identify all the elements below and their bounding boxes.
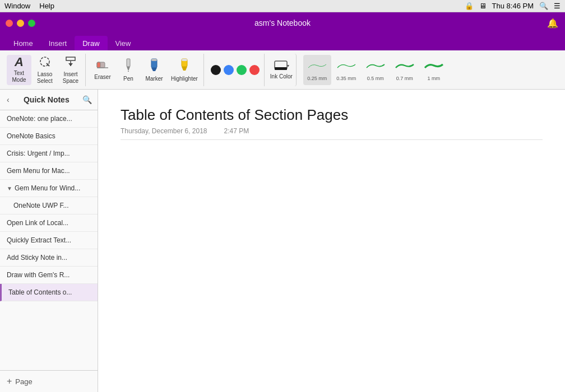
title-bar: asm's Notebook 🔔 bbox=[0, 12, 565, 34]
stroke-0.35mm-button[interactable]: 0.35 mm bbox=[332, 55, 360, 85]
insert-space-icon bbox=[64, 55, 77, 69]
menu-bar: Window Help 🔒 🖥 Thu 8:46 PM 🔍 ☰ bbox=[0, 0, 565, 12]
sidebar-item-onenote-basics[interactable]: OneNote Basics bbox=[0, 128, 98, 145]
ribbon-toolbar: A TextMode LassoSelect InsertSpace bbox=[0, 50, 565, 90]
lasso-select-button[interactable]: LassoSelect bbox=[33, 55, 57, 85]
eraser-icon bbox=[96, 59, 109, 72]
tab-view[interactable]: View bbox=[108, 36, 139, 50]
sidebar-header: ‹ Quick Notes 🔍 bbox=[0, 90, 98, 110]
color-dots-row bbox=[211, 65, 260, 75]
sidebar-item-table-of-contents[interactable]: Table of Contents o... bbox=[0, 284, 98, 301]
sidebar-item-quickly-extract[interactable]: Quickly Extract Text... bbox=[0, 232, 98, 249]
menu-time: Thu 8:46 PM bbox=[492, 2, 534, 10]
add-page-icon: + bbox=[7, 376, 12, 386]
stroke-1mm-button[interactable]: 1 mm bbox=[420, 55, 448, 85]
stroke-0.5mm-button[interactable]: 0.5 mm bbox=[362, 55, 390, 85]
stroke-preview-0.5 bbox=[365, 59, 386, 72]
sidebar-item-draw-with-gem[interactable]: Draw with Gem's R... bbox=[0, 267, 98, 284]
page-title: Table of Contents of Section Pages bbox=[121, 106, 543, 124]
stroke-0.25mm-button[interactable]: 0.25 mm bbox=[303, 55, 331, 85]
selection-tools-group: A TextMode LassoSelect InsertSpace bbox=[4, 54, 86, 86]
sidebar-item-gem-menu-mac[interactable]: Gem Menu for Mac... bbox=[0, 162, 98, 180]
color-red[interactable] bbox=[249, 65, 260, 75]
control-icon[interactable]: ☰ bbox=[554, 2, 561, 10]
display-icon: 🖥 bbox=[479, 2, 487, 10]
marker-button[interactable]: Marker bbox=[142, 55, 166, 85]
add-page-label: Page bbox=[15, 377, 32, 386]
sidebar-back-button[interactable]: ‹ bbox=[6, 94, 11, 105]
insert-space-label: InsertSpace bbox=[63, 71, 78, 85]
eraser-button[interactable]: Eraser bbox=[90, 55, 115, 85]
title-bar-actions: 🔔 bbox=[547, 18, 558, 29]
menu-bar-right: 🔒 🖥 Thu 8:46 PM 🔍 ☰ bbox=[465, 2, 561, 10]
svg-marker-15 bbox=[182, 67, 187, 71]
pen-label: Pen bbox=[123, 76, 133, 82]
stroke-0.25-label: 0.25 mm bbox=[307, 76, 327, 81]
ink-color-button[interactable]: Ink Color bbox=[267, 54, 297, 86]
stroke-preview-0.7 bbox=[395, 59, 415, 72]
color-blue[interactable] bbox=[224, 65, 234, 75]
menu-bar-left: Window Help bbox=[4, 2, 54, 10]
tab-home[interactable]: Home bbox=[6, 36, 41, 50]
menu-window[interactable]: Window bbox=[4, 2, 30, 10]
page-meta: Thursday, December 6, 2018 2:47 PM bbox=[121, 127, 543, 140]
drawing-tools-group: Eraser Pen Marker bbox=[88, 54, 204, 86]
color-black[interactable] bbox=[211, 65, 221, 75]
svg-rect-6 bbox=[97, 62, 100, 68]
sidebar-item-onenote-one-place[interactable]: OneNote: one place... bbox=[0, 110, 98, 128]
window-controls bbox=[6, 20, 35, 27]
search-menu-icon[interactable]: 🔍 bbox=[539, 2, 548, 10]
stroke-preview-0.25 bbox=[307, 59, 327, 72]
lasso-select-label: LassoSelect bbox=[37, 71, 53, 85]
marker-label: Marker bbox=[145, 76, 163, 82]
pen-icon bbox=[123, 58, 133, 74]
sidebar-item-add-sticky-note[interactable]: Add Sticky Note in... bbox=[0, 249, 98, 267]
svg-rect-8 bbox=[127, 59, 130, 67]
text-mode-button[interactable]: A TextMode bbox=[7, 55, 31, 85]
close-button[interactable] bbox=[6, 20, 13, 27]
tab-insert[interactable]: Insert bbox=[41, 36, 75, 50]
svg-rect-18 bbox=[275, 67, 287, 70]
color-green[interactable] bbox=[237, 65, 247, 75]
stroke-1-label: 1 mm bbox=[428, 76, 441, 81]
highlighter-icon bbox=[179, 58, 189, 74]
pen-button[interactable]: Pen bbox=[116, 55, 141, 85]
color-dots-group bbox=[206, 54, 265, 86]
highlighter-button[interactable]: Highlighter bbox=[168, 55, 201, 85]
maximize-button[interactable] bbox=[28, 20, 35, 27]
page-date: Thursday, December 6, 2018 bbox=[121, 127, 207, 135]
sidebar-group-label: Gem Menu for Wind... bbox=[15, 184, 80, 192]
highlighter-label: Highlighter bbox=[171, 76, 198, 82]
stroke-0.7-label: 0.7 mm bbox=[396, 76, 413, 81]
tab-draw[interactable]: Draw bbox=[75, 36, 107, 50]
stroke-0.5-label: 0.5 mm bbox=[367, 76, 384, 81]
text-mode-icon: A bbox=[15, 56, 24, 68]
add-page-button[interactable]: + Page bbox=[0, 370, 98, 392]
minimize-button[interactable] bbox=[17, 20, 24, 27]
lasso-select-icon bbox=[39, 55, 51, 69]
stroke-preview-0.35 bbox=[336, 59, 356, 72]
insert-space-button[interactable]: InsertSpace bbox=[58, 55, 83, 85]
notification-icon[interactable]: 🔔 bbox=[547, 18, 558, 29]
svg-rect-16 bbox=[182, 59, 187, 61]
sidebar-search-button[interactable]: 🔍 bbox=[82, 95, 92, 104]
sidebar-item-crisis-urgent[interactable]: Crisis: Urgent / Imp... bbox=[0, 145, 98, 162]
group-arrow-icon: ▼ bbox=[7, 185, 12, 192]
window-title: asm's Notebook bbox=[254, 18, 311, 27]
eraser-label: Eraser bbox=[94, 74, 110, 81]
sidebar-list: OneNote: one place... OneNote Basics Cri… bbox=[0, 110, 98, 370]
sidebar-item-gem-menu-wind[interactable]: ▼ Gem Menu for Wind... bbox=[0, 180, 98, 197]
stroke-0.7mm-button[interactable]: 0.7 mm bbox=[391, 55, 419, 85]
sidebar-title: Quick Notes bbox=[24, 95, 70, 104]
svg-marker-12 bbox=[151, 68, 157, 71]
svg-marker-9 bbox=[127, 67, 130, 71]
sidebar-item-onenote-uwp[interactable]: OneNote UWP F... bbox=[0, 197, 98, 214]
menu-help[interactable]: Help bbox=[39, 2, 54, 10]
svg-marker-4 bbox=[68, 63, 73, 66]
ribbon-tabs: Home Insert Draw View bbox=[0, 34, 565, 50]
stroke-0.35-label: 0.35 mm bbox=[336, 76, 356, 81]
stroke-preview-1 bbox=[424, 59, 444, 72]
sidebar-item-open-link-local[interactable]: Open Link of Local... bbox=[0, 214, 98, 232]
text-mode-label: TextMode bbox=[12, 70, 26, 83]
sidebar: ‹ Quick Notes 🔍 OneNote: one place... On… bbox=[0, 90, 98, 392]
